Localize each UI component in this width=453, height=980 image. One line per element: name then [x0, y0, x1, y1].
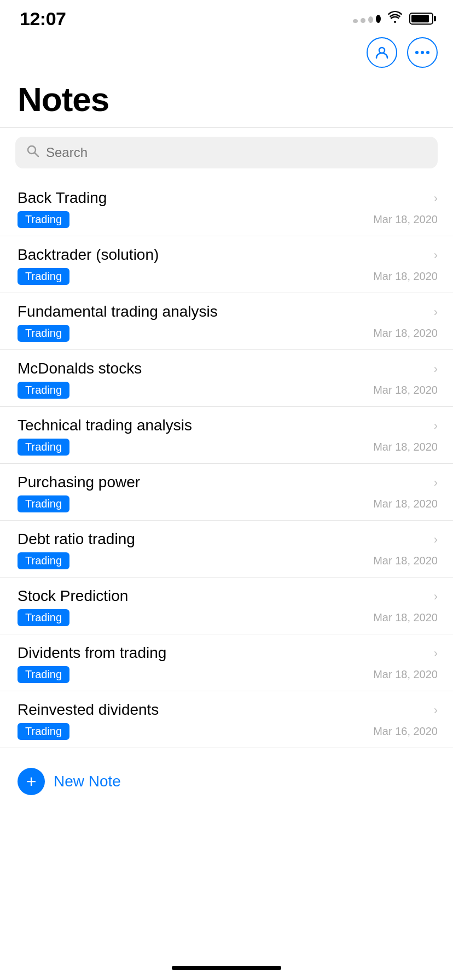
note-tag: Trading — [18, 495, 69, 512]
svg-point-2 — [421, 51, 424, 54]
note-item[interactable]: Technical trading analysis › Trading Mar… — [0, 407, 453, 464]
note-item[interactable]: Backtrader (solution) › Trading Mar 18, … — [0, 236, 453, 293]
note-title: Stock Prediction — [18, 587, 428, 605]
note-title: Debt ratio trading — [18, 530, 428, 548]
note-title: Backtrader (solution) — [18, 246, 428, 264]
chevron-right-icon: › — [434, 248, 438, 262]
page-title-section: Notes — [0, 74, 453, 127]
note-title: Purchasing power — [18, 474, 428, 491]
svg-line-5 — [35, 153, 39, 157]
note-item-header: Purchasing power › — [18, 474, 438, 491]
signal-icon — [353, 15, 381, 23]
chevron-right-icon: › — [434, 646, 438, 661]
search-bar[interactable] — [15, 137, 438, 168]
chevron-right-icon: › — [434, 476, 438, 490]
chevron-right-icon: › — [434, 533, 438, 547]
new-note-bar: + New Note — [0, 748, 453, 810]
note-footer: Trading Mar 18, 2020 — [18, 268, 438, 285]
note-item-header: McDonalds stocks › — [18, 360, 438, 377]
search-input[interactable] — [46, 145, 427, 160]
svg-point-0 — [379, 48, 385, 53]
note-date: Mar 18, 2020 — [373, 384, 438, 396]
status-icons — [353, 11, 433, 26]
note-footer: Trading Mar 18, 2020 — [18, 609, 438, 626]
svg-point-1 — [415, 51, 419, 54]
note-item[interactable]: Dividents from trading › Trading Mar 18,… — [0, 634, 453, 691]
top-actions — [0, 33, 453, 74]
search-container — [0, 128, 453, 179]
page-title: Notes — [18, 80, 435, 119]
chevron-right-icon: › — [434, 191, 438, 206]
note-date: Mar 18, 2020 — [373, 441, 438, 453]
home-indicator — [172, 966, 281, 970]
note-tag: Trading — [18, 609, 69, 626]
note-item-header: Technical trading analysis › — [18, 417, 438, 434]
svg-point-3 — [426, 51, 429, 54]
note-item-header: Debt ratio trading › — [18, 530, 438, 548]
note-title: Reinvested dividents — [18, 701, 428, 719]
note-title: Dividents from trading — [18, 644, 428, 662]
note-date: Mar 18, 2020 — [373, 213, 438, 226]
note-footer: Trading Mar 18, 2020 — [18, 382, 438, 399]
note-item[interactable]: McDonalds stocks › Trading Mar 18, 2020 — [0, 350, 453, 407]
chevron-right-icon: › — [434, 590, 438, 604]
chevron-right-icon: › — [434, 419, 438, 433]
note-item[interactable]: Reinvested dividents › Trading Mar 16, 2… — [0, 691, 453, 748]
profile-button[interactable] — [367, 37, 397, 68]
note-tag: Trading — [18, 382, 69, 399]
note-title: McDonalds stocks — [18, 360, 428, 377]
note-date: Mar 18, 2020 — [373, 668, 438, 681]
note-footer: Trading Mar 18, 2020 — [18, 552, 438, 569]
new-note-label[interactable]: New Note — [54, 773, 121, 790]
note-tag: Trading — [18, 723, 69, 740]
note-item[interactable]: Stock Prediction › Trading Mar 18, 2020 — [0, 578, 453, 634]
chevron-right-icon: › — [434, 305, 438, 319]
note-footer: Trading Mar 18, 2020 — [18, 211, 438, 228]
note-date: Mar 16, 2020 — [373, 725, 438, 738]
battery-icon — [409, 13, 433, 25]
note-item-header: Stock Prediction › — [18, 587, 438, 605]
note-tag: Trading — [18, 666, 69, 683]
note-footer: Trading Mar 18, 2020 — [18, 439, 438, 456]
search-icon — [26, 144, 39, 161]
note-tag: Trading — [18, 211, 69, 228]
note-date: Mar 18, 2020 — [373, 270, 438, 283]
note-footer: Trading Mar 18, 2020 — [18, 666, 438, 683]
status-time: 12:07 — [20, 8, 66, 30]
note-date: Mar 18, 2020 — [373, 498, 438, 510]
note-item[interactable]: Back Trading › Trading Mar 18, 2020 — [0, 179, 453, 236]
note-title: Back Trading — [18, 189, 428, 207]
note-footer: Trading Mar 18, 2020 — [18, 495, 438, 512]
note-item-header: Dividents from trading › — [18, 644, 438, 662]
note-title: Technical trading analysis — [18, 417, 428, 434]
new-note-plus-button[interactable]: + — [18, 768, 45, 795]
note-item-header: Fundamental trading analysis › — [18, 303, 438, 320]
note-item-header: Reinvested dividents › — [18, 701, 438, 719]
note-footer: Trading Mar 18, 2020 — [18, 325, 438, 342]
note-tag: Trading — [18, 552, 69, 569]
note-item-header: Backtrader (solution) › — [18, 246, 438, 264]
note-footer: Trading Mar 16, 2020 — [18, 723, 438, 740]
note-item[interactable]: Fundamental trading analysis › Trading M… — [0, 293, 453, 350]
note-date: Mar 18, 2020 — [373, 555, 438, 567]
chevron-right-icon: › — [434, 362, 438, 376]
note-tag: Trading — [18, 268, 69, 285]
note-date: Mar 18, 2020 — [373, 327, 438, 340]
note-item-header: Back Trading › — [18, 189, 438, 207]
wifi-icon — [387, 11, 403, 26]
note-tag: Trading — [18, 325, 69, 342]
note-item[interactable]: Purchasing power › Trading Mar 18, 2020 — [0, 464, 453, 521]
chevron-right-icon: › — [434, 703, 438, 718]
notes-list: Back Trading › Trading Mar 18, 2020 Back… — [0, 179, 453, 748]
more-button[interactable] — [407, 37, 438, 68]
note-tag: Trading — [18, 439, 69, 456]
status-bar: 12:07 — [0, 0, 453, 33]
note-title: Fundamental trading analysis — [18, 303, 428, 320]
note-date: Mar 18, 2020 — [373, 611, 438, 624]
note-item[interactable]: Debt ratio trading › Trading Mar 18, 202… — [0, 521, 453, 578]
